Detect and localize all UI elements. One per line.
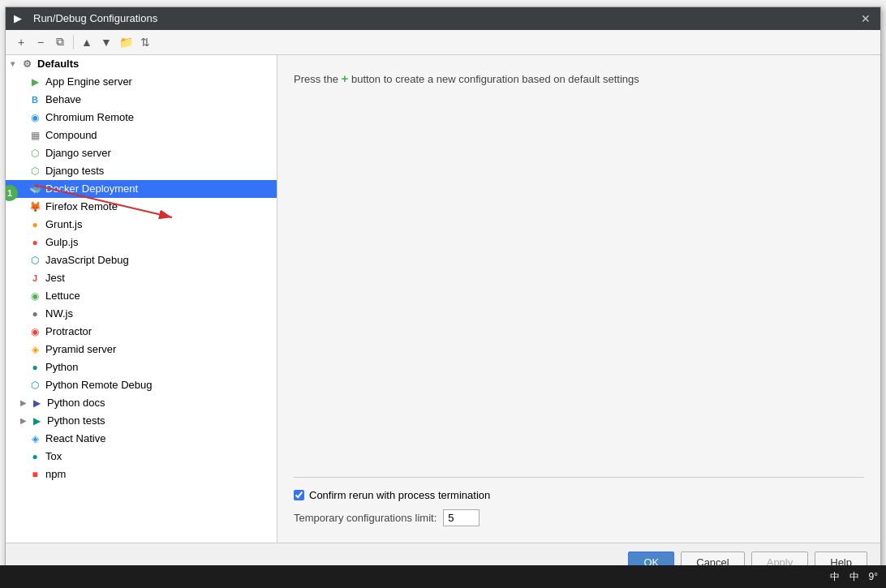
defaults-label: Defaults — [37, 58, 79, 70]
list-item[interactable]: J Jest — [6, 269, 277, 287]
config-detail-panel: 1 Press the + button to create a new con… — [277, 55, 880, 543]
item-label: Firefox Remote — [45, 200, 118, 212]
temp-limit-input[interactable] — [443, 509, 480, 526]
python-icon: ● — [28, 361, 41, 374]
item-label: React Native — [45, 432, 105, 444]
expand-arrow: ▶ — [20, 416, 30, 425]
move-up-button[interactable]: ▲ — [78, 33, 96, 51]
list-item-react-native[interactable]: ◈ React Native — [6, 430, 277, 448]
protractor-icon: ◉ — [28, 325, 41, 338]
list-item[interactable]: ⬡ JavaScript Debug — [6, 251, 277, 269]
gulp-icon: ● — [28, 236, 41, 249]
react-native-icon: ◈ — [28, 432, 41, 445]
taskbar-extra: 9° — [869, 571, 878, 582]
item-label: Python docs — [47, 397, 105, 409]
tree-root-defaults[interactable]: ▾ ⚙ Defaults — [6, 55, 277, 73]
chromium-icon: ◉ — [28, 111, 41, 124]
list-item-python-tests[interactable]: ▶ ▶ Python tests — [6, 412, 277, 430]
item-label: JavaScript Debug — [45, 254, 129, 266]
item-label: Pyramid server — [45, 343, 116, 355]
list-item-tox[interactable]: ● Tox — [6, 448, 277, 466]
list-item[interactable]: B Behave — [6, 91, 277, 109]
list-item[interactable]: ▶ App Engine server — [6, 73, 277, 91]
list-item-compound[interactable]: ▦ Compound — [6, 127, 277, 144]
list-item-python-docs[interactable]: ▶ ▶ Python docs — [6, 394, 277, 412]
compound-icon: ▦ — [28, 129, 41, 142]
item-label: Django server — [45, 147, 111, 159]
run-debug-dialog: ▶ Run/Debug Configurations ✕ + − ⧉ ▲ ▼ 📁… — [5, 6, 881, 582]
remove-config-button[interactable]: − — [32, 33, 49, 51]
item-label: Python tests — [47, 414, 105, 427]
list-item-python-remote-debug[interactable]: ⬡ Python Remote Debug — [6, 376, 277, 394]
item-label: Django tests — [45, 165, 104, 177]
list-item[interactable]: ● NW.js — [6, 305, 277, 323]
title-bar: ▶ Run/Debug Configurations ✕ — [6, 7, 880, 30]
pyramid-icon: ◈ — [28, 343, 41, 356]
rerun-confirm-checkbox[interactable] — [294, 490, 304, 500]
bottom-options: Confirm rerun with process termination T… — [294, 477, 864, 526]
docker-icon: 🐳 — [28, 182, 41, 195]
temp-limit-label: Temporary configurations limit: — [294, 512, 437, 524]
lettuce-icon: ◉ — [28, 290, 41, 303]
hint-text: Press the + button to create a new confi… — [294, 71, 864, 85]
toolbar: + − ⧉ ▲ ▼ 📁 ⇅ — [6, 30, 880, 55]
dialog-title: Run/Debug Configurations — [33, 12, 157, 24]
django-server-icon: ⬡ — [28, 147, 41, 160]
checkbox-row: Confirm rerun with process termination — [294, 489, 864, 501]
python-docs-icon: ▶ — [30, 397, 43, 410]
spacer — [294, 101, 864, 477]
move-down-button[interactable]: ▼ — [97, 33, 115, 51]
firefox-icon: 🦊 — [28, 200, 41, 213]
temp-limit-row: Temporary configurations limit: — [294, 509, 864, 526]
item-label: Chromium Remote — [45, 111, 134, 123]
sort-button[interactable]: ⇅ — [136, 33, 154, 51]
list-item[interactable]: ◉ Lettuce — [6, 287, 277, 305]
item-label: Python — [45, 361, 78, 373]
jest-icon: J — [28, 272, 41, 285]
expand-arrow: ▶ — [20, 398, 30, 407]
dialog-icon: ▶ — [14, 12, 27, 25]
defaults-icon: ⚙ — [20, 58, 33, 71]
django-tests-icon: ⬡ — [28, 165, 41, 178]
item-label: Gulp.js — [45, 236, 78, 248]
item-label: Behave — [45, 93, 81, 105]
copy-config-button[interactable]: ⧉ — [51, 33, 69, 51]
npm-icon: ■ — [28, 468, 41, 481]
python-tests-icon: ▶ — [30, 414, 43, 427]
item-label: NW.js — [45, 307, 73, 320]
list-item[interactable]: ◈ Pyramid server — [6, 341, 277, 358]
item-label: npm — [45, 468, 66, 480]
behave-icon: B — [28, 93, 41, 106]
list-item[interactable]: ⬡ Django tests — [6, 162, 277, 180]
expand-arrow: ▾ — [11, 59, 20, 68]
item-label: App Engine server — [45, 75, 132, 88]
item-label: Grunt.js — [45, 218, 83, 230]
nwjs-icon: ● — [28, 307, 41, 320]
list-item-chromium-remote[interactable]: ◉ Chromium Remote — [6, 109, 277, 127]
item-label: Python Remote Debug — [45, 379, 153, 391]
list-item[interactable]: ● Gulp.js — [6, 234, 277, 251]
js-debug-icon: ⬡ — [28, 254, 41, 267]
item-label: Protractor — [45, 325, 92, 337]
title-bar-left: ▶ Run/Debug Configurations — [14, 12, 157, 25]
item-label: Jest — [45, 272, 65, 284]
taskbar-ime: 中 — [830, 570, 840, 584]
plus-icon: + — [342, 71, 349, 85]
toolbar-separator — [73, 35, 74, 49]
item-label: Compound — [45, 129, 97, 141]
taskbar: 中 中 9° — [0, 565, 886, 588]
list-item[interactable]: 🦊 Firefox Remote — [6, 198, 277, 216]
folder-button[interactable]: 📁 — [117, 33, 135, 51]
close-button[interactable]: ✕ — [859, 12, 872, 25]
list-item-npm[interactable]: ■ npm — [6, 466, 277, 483]
list-item[interactable]: ⬡ Django server — [6, 144, 277, 162]
list-item[interactable]: ● Grunt.js — [6, 216, 277, 234]
add-config-button[interactable]: + — [12, 33, 30, 51]
list-item[interactable]: ◉ Protractor — [6, 323, 277, 341]
taskbar-lang: 中 — [849, 570, 859, 584]
app-engine-icon: ▶ — [28, 75, 41, 88]
list-item[interactable]: ● Python — [6, 358, 277, 376]
main-content: ▾ ⚙ Defaults ▶ App Engine server B Behav… — [6, 55, 880, 543]
rerun-confirm-label[interactable]: Confirm rerun with process termination — [309, 489, 490, 501]
list-item-docker[interactable]: 🐳 Docker Deployment — [6, 180, 277, 198]
